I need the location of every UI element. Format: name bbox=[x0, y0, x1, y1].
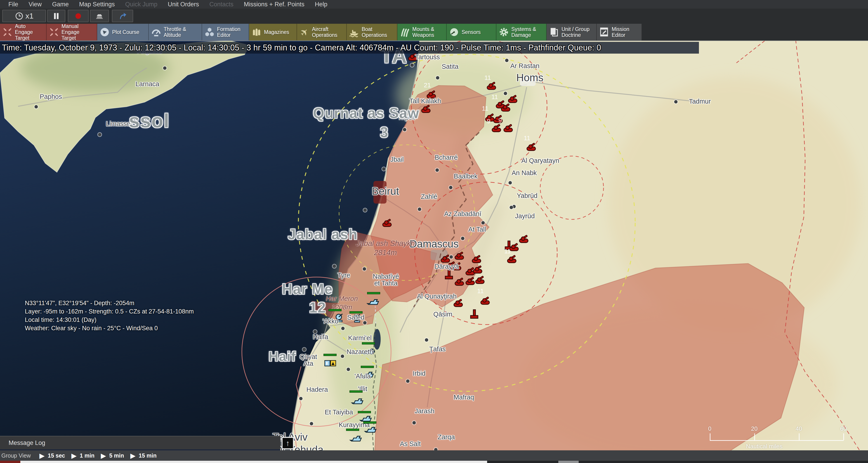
menu-map-settings[interactable]: Map Settings bbox=[74, 1, 120, 8]
menu-bar: FileViewGameMap SettingsQuick JumpUnit O… bbox=[0, 0, 868, 8]
triangle-icon: ▶ bbox=[65, 452, 80, 460]
toolbar-button-sensors[interactable]: Sensors bbox=[447, 24, 496, 40]
menu-unit-orders[interactable]: Unit Orders bbox=[162, 1, 204, 8]
city-label-larnaca: Larnaca bbox=[135, 81, 159, 87]
menu-help[interactable]: Help bbox=[310, 1, 333, 8]
message-log-bar[interactable]: Message Log bbox=[0, 436, 280, 450]
city-label-beirut: Beirut bbox=[372, 186, 399, 197]
city-dot bbox=[412, 421, 416, 425]
toolbar-button-auto-engage-target[interactable]: Auto Engage Target bbox=[0, 24, 46, 40]
toolbar-button-label: Throttle & Altitude bbox=[164, 26, 186, 38]
toolbar-button-label: Sensors bbox=[462, 29, 480, 35]
city-label-tartouss: Tartouss bbox=[415, 54, 440, 60]
info-weather: Weather: Clear sky - No rain - 25°C - Wi… bbox=[25, 324, 194, 332]
unit-status-bar bbox=[329, 309, 342, 311]
interval-button-5-min[interactable]: 5 min bbox=[109, 452, 124, 459]
formation-icon bbox=[204, 26, 215, 38]
scrollbar-red-segment bbox=[0, 461, 20, 463]
hostile-unit-icon[interactable] bbox=[504, 124, 513, 132]
menu-view[interactable]: View bbox=[24, 1, 47, 8]
city-label-jarash: Jarash bbox=[414, 408, 434, 414]
menu-game[interactable]: Game bbox=[47, 1, 74, 8]
city-dot bbox=[504, 92, 507, 95]
border-line bbox=[737, 41, 780, 63]
triangle-icon: ▶ bbox=[94, 452, 109, 460]
record-button[interactable] bbox=[68, 10, 89, 22]
city-label-zarqa: Zarqa bbox=[438, 434, 455, 440]
city-dot bbox=[382, 167, 385, 171]
toolbar-button-formation-editor[interactable]: Formation Editor bbox=[202, 24, 249, 40]
hostile-unit-icon[interactable] bbox=[510, 243, 518, 251]
aircraft-icon: ✈ bbox=[299, 26, 310, 38]
menu-contacts: Contacts bbox=[204, 1, 239, 8]
triangle-icon: ▶ bbox=[33, 452, 48, 460]
map-viewport[interactable]: N33°11'47", E32°19'54" - Depth: -2054m L… bbox=[0, 41, 868, 463]
toolbar-button-systems-damage[interactable]: Systems & Damage bbox=[496, 24, 547, 40]
interval-button-15-min[interactable]: 15 min bbox=[139, 452, 157, 459]
city-dot bbox=[425, 338, 428, 342]
hostile-unit-icon[interactable] bbox=[507, 255, 516, 263]
city-label-akko: 'Akko bbox=[322, 318, 338, 325]
toolbar-button-plot-course[interactable]: Plot Course bbox=[97, 24, 149, 40]
compass-icon bbox=[99, 26, 110, 38]
city-label-nabat-y-et-tahta: Nabatîyé et Tahta bbox=[373, 273, 399, 287]
unit-count-label: 11 bbox=[482, 105, 489, 112]
simulation-time-text: Time: Tuesday, October 9, 1973 - Zulu: 1… bbox=[0, 43, 601, 53]
unit-count-label: 11 bbox=[524, 135, 530, 142]
city-label-tall-kalakh: Tall Kalakh bbox=[409, 97, 441, 104]
city-dot bbox=[674, 100, 678, 104]
city-label-at-tall: At Tall bbox=[468, 226, 486, 233]
bottom-scrollbar[interactable] bbox=[0, 461, 868, 463]
hostile-unit-icon[interactable] bbox=[520, 235, 528, 242]
doctrine-icon bbox=[548, 26, 560, 38]
unit-action-toolbar: Auto Engage TargetManual Engage TargetPl… bbox=[0, 24, 868, 41]
toolbar-button-mounts-weapons[interactable]: Mounts & Weapons bbox=[397, 24, 447, 40]
toolbar-button-mission-editor[interactable]: Mission Editor bbox=[597, 24, 642, 40]
toolbar-button-magazines[interactable]: Magazines bbox=[249, 24, 297, 40]
scale-tick bbox=[843, 433, 844, 440]
toolbar-button-unit-group-doctrine[interactable]: Unit / Group Doctrine bbox=[547, 24, 597, 40]
friendly-unit-icon[interactable] bbox=[350, 436, 362, 441]
scrollbar-track[interactable] bbox=[20, 461, 487, 463]
hostile-unit-icon[interactable] bbox=[475, 276, 484, 283]
hostile-unit-icon[interactable] bbox=[527, 143, 535, 150]
city-dot bbox=[406, 379, 410, 383]
message-log-expand-button[interactable]: ↑ bbox=[282, 437, 294, 449]
interval-button-15-sec[interactable]: 15 sec bbox=[48, 452, 65, 459]
scale-tick-label: 40 bbox=[796, 425, 802, 432]
city-label-damascus: Damascus bbox=[409, 238, 458, 249]
map-layers-button[interactable] bbox=[90, 10, 109, 22]
triangle-icon: ▶ bbox=[124, 452, 138, 460]
jump-button[interactable] bbox=[112, 10, 133, 22]
toolbar-button-aircraft-operations[interactable]: ✈Aircraft Operations bbox=[297, 24, 347, 40]
scale-tick-label: 60 bbox=[840, 425, 847, 432]
city-label-tadmur: Tadmur bbox=[689, 98, 711, 105]
city-dot bbox=[303, 348, 306, 351]
city-label-homs: Homs bbox=[516, 72, 544, 83]
unit-status-bar bbox=[361, 366, 374, 368]
friendly-unit-icon[interactable] bbox=[325, 360, 336, 366]
city-dot bbox=[510, 206, 513, 209]
city-label-satita: Satita bbox=[442, 63, 458, 70]
interval-button-1-min[interactable]: 1 min bbox=[80, 452, 94, 459]
hostile-unit-icon[interactable] bbox=[481, 297, 489, 304]
toolbar-button-boat-operations[interactable]: Boat Operations bbox=[347, 24, 397, 40]
time-compression-button[interactable]: x1 bbox=[2, 10, 46, 22]
toolbar-button-label: Plot Course bbox=[112, 29, 139, 35]
unit-status-bar bbox=[367, 292, 380, 294]
menu-file[interactable]: File bbox=[3, 1, 24, 8]
city-dot bbox=[418, 208, 421, 211]
hostile-unit-icon[interactable] bbox=[471, 310, 478, 318]
pause-button[interactable] bbox=[47, 10, 65, 22]
scrollbar-thumb[interactable] bbox=[558, 461, 579, 463]
toolbar-button-manual-engage-target[interactable]: Manual Engage Target bbox=[46, 24, 97, 40]
group-view-label[interactable]: Group View bbox=[0, 452, 33, 459]
info-layer: Layer: -95m to -162m - Strength: 0.5 - C… bbox=[25, 308, 194, 316]
elevation-label: Har Meron 1208m bbox=[326, 294, 358, 311]
city-dot bbox=[508, 181, 512, 184]
toolbar-button-throttle-altitude[interactable]: Throttle & Altitude bbox=[149, 24, 202, 40]
city-dot bbox=[313, 330, 317, 334]
record-icon bbox=[74, 11, 83, 21]
hostile-unit-icon[interactable] bbox=[454, 299, 463, 307]
menu-missions-ref-points[interactable]: Missions + Ref. Points bbox=[239, 1, 310, 8]
